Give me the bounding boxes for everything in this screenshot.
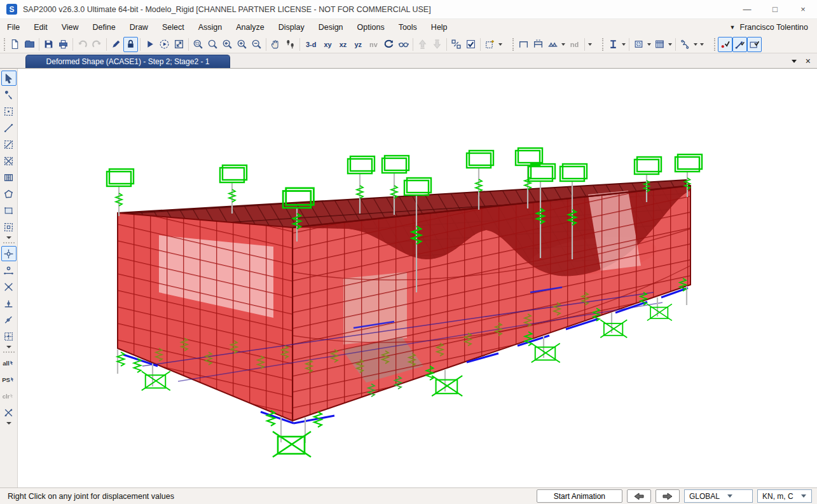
new-model-button[interactable]	[8, 37, 22, 52]
zoom-previous-button[interactable]	[220, 37, 235, 52]
tab-close-icon[interactable]: ×	[806, 57, 811, 65]
menu-draw[interactable]: Draw	[123, 20, 155, 34]
maximize-button[interactable]: □	[761, 0, 789, 18]
wall-section-button[interactable]	[652, 37, 667, 52]
select-all-button[interactable]: all	[1, 355, 17, 371]
move-down-level-button[interactable]	[430, 37, 444, 52]
snap-joints-button[interactable]	[1, 246, 17, 261]
select-points-toggle[interactable]	[718, 37, 732, 52]
menu-view[interactable]: View	[55, 20, 86, 34]
display-options-button[interactable]	[463, 37, 478, 52]
menu-tools[interactable]: Tools	[392, 20, 424, 34]
tab-list-caret[interactable]	[792, 60, 797, 63]
save-button[interactable]	[41, 37, 56, 52]
animation-steps-button[interactable]	[283, 37, 298, 52]
model-canvas[interactable]	[18, 69, 817, 487]
zoom-out-button[interactable]	[249, 37, 264, 52]
active-view-tab[interactable]: Deformed Shape (ACASE1) - Step 2; Stage2…	[25, 55, 230, 68]
toolbar-grip[interactable]	[714, 38, 715, 51]
toolbar-grip[interactable]	[512, 38, 514, 51]
toolbar-grip[interactable]	[4, 38, 5, 51]
restore-window-button[interactable]	[172, 37, 186, 52]
pen-edit-button[interactable]	[109, 37, 123, 52]
lock-model-button[interactable]	[123, 37, 138, 52]
units-select[interactable]: KN, m, C	[757, 489, 812, 503]
previous-step-button[interactable]	[627, 489, 651, 503]
menu-edit[interactable]: Edit	[27, 20, 55, 34]
select-pointer-button[interactable]	[1, 71, 17, 86]
draw-rect-area-button[interactable]	[1, 203, 17, 218]
dropdown-caret[interactable]	[588, 43, 592, 46]
open-file-button[interactable]	[22, 37, 37, 52]
print-button[interactable]	[56, 37, 71, 52]
quick-draw-secondary-beams-button[interactable]	[1, 170, 17, 185]
user-account-menu[interactable]: ▼ Francisco Tolentino	[730, 23, 817, 32]
more-select-caret[interactable]	[6, 422, 11, 425]
quick-braced-frame-button[interactable]	[531, 37, 546, 52]
menu-help[interactable]: Help	[424, 20, 455, 34]
view-3d-button[interactable]: 3-d	[302, 37, 320, 52]
menu-design[interactable]: Design	[312, 20, 350, 34]
dropdown-caret[interactable]	[668, 43, 672, 46]
dropdown-caret[interactable]	[561, 43, 565, 46]
quick-draw-braces-button[interactable]	[1, 153, 17, 168]
perspective-glasses-button[interactable]	[396, 37, 411, 52]
view-xz-button[interactable]: xz	[336, 37, 351, 52]
move-up-level-button[interactable]	[415, 37, 430, 52]
toolbar-grip[interactable]	[602, 38, 603, 51]
select-areas-toggle[interactable]	[747, 37, 762, 52]
nd-view-button[interactable]: nd	[566, 37, 582, 52]
area-section-button[interactable]	[631, 37, 646, 52]
redo-button[interactable]	[90, 37, 104, 52]
view-yz-button[interactable]: yz	[350, 37, 366, 52]
snap-intersections-button[interactable]	[1, 279, 17, 294]
draw-joint-button[interactable]	[1, 104, 17, 119]
menu-analyze[interactable]: Analyze	[229, 20, 271, 34]
menu-assign[interactable]: Assign	[191, 20, 230, 34]
menu-file[interactable]: File	[0, 20, 27, 34]
quick-portal-frame-button[interactable]	[516, 37, 531, 52]
zoom-window-button[interactable]	[191, 37, 205, 52]
draw-frame-button[interactable]	[1, 120, 17, 135]
deselect-group-button[interactable]	[1, 405, 17, 420]
draw-poly-area-button[interactable]	[1, 186, 17, 201]
select-previous-button[interactable]: PS	[1, 372, 17, 387]
menu-define[interactable]: Define	[86, 20, 123, 34]
rotate-view-button[interactable]	[381, 37, 396, 52]
zoom-default-button[interactable]	[205, 37, 220, 52]
undo-button[interactable]	[75, 37, 90, 52]
zoom-in-button[interactable]	[235, 37, 249, 52]
quick-draw-frame-button[interactable]	[1, 137, 17, 152]
run-analysis-button[interactable]	[142, 37, 157, 52]
snap-lines-button[interactable]	[1, 312, 17, 327]
reshape-object-button[interactable]	[1, 87, 17, 102]
snap-midpoints-button[interactable]	[1, 262, 17, 278]
clear-selection-button[interactable]: clr	[1, 388, 17, 404]
close-button[interactable]: ×	[789, 0, 817, 18]
more-snap-caret[interactable]	[6, 346, 11, 348]
view-xy-button[interactable]: xy	[320, 37, 336, 52]
view-nv-button[interactable]: nv	[366, 37, 381, 52]
select-lines-toggle[interactable]	[732, 37, 747, 52]
menu-display[interactable]: Display	[271, 20, 312, 34]
link-spring-button[interactable]	[678, 37, 692, 52]
dropdown-caret[interactable]	[647, 43, 651, 46]
draw-grid-button[interactable]	[483, 37, 497, 52]
coord-system-select[interactable]: GLOBAL	[684, 489, 753, 503]
dropdown-caret[interactable]	[622, 43, 626, 46]
menu-options[interactable]: Options	[350, 20, 392, 34]
dropdown-caret[interactable]	[498, 43, 502, 46]
snap-perpendicular-button[interactable]	[1, 296, 17, 311]
more-draw-caret[interactable]	[6, 236, 11, 239]
shrink-objects-button[interactable]	[449, 37, 463, 52]
minimize-button[interactable]: —	[733, 0, 761, 18]
snap-grid-button[interactable]	[1, 329, 17, 344]
menu-select[interactable]: Select	[155, 20, 191, 34]
quick-truss-button[interactable]	[546, 37, 560, 52]
dropdown-caret[interactable]	[700, 43, 704, 46]
quick-draw-area-button[interactable]	[1, 219, 17, 235]
step-run-button[interactable]	[157, 37, 172, 52]
frame-section-button[interactable]	[606, 37, 621, 52]
next-step-button[interactable]	[656, 489, 680, 503]
dropdown-caret[interactable]	[694, 43, 697, 46]
